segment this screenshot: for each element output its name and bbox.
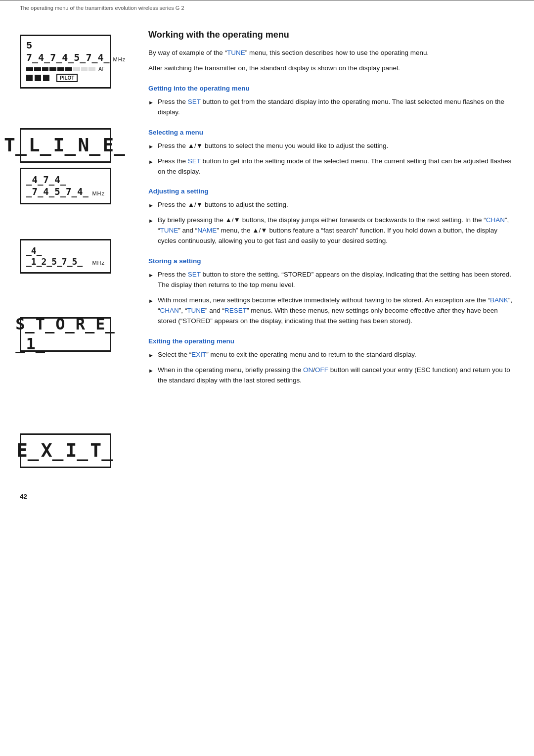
mhz-label-3: MHz: [92, 260, 105, 266]
top-bar: The operating menu of the transmitters e…: [0, 0, 534, 15]
lcd-main-display: 5 7̲4̲7̲4̲5̲7̲4̲ MHz AF: [20, 35, 111, 89]
set-ref-1: SET: [188, 98, 201, 105]
storing-list: ► Press the SET button to store the sett…: [148, 270, 514, 327]
lcd-freq3-display: ̲4̲ ̲1̲2̲5̲7̲5̲ MHz: [20, 239, 111, 274]
pilot-label: PILOT: [56, 74, 78, 82]
chan-ref-1: CHAN: [486, 216, 505, 224]
intro-para-2: After switching the transmitter on, the …: [148, 63, 514, 74]
reset-ref-1: RESET: [224, 307, 247, 314]
bullet-arrow-2: ►: [148, 142, 154, 151]
selecting-list: ► Press the ▲/▼ buttons to select the me…: [148, 141, 514, 177]
bank-ref-1: BANK: [490, 296, 508, 304]
tune-text: T̲L̲I̲N̲E̲: [4, 134, 127, 157]
bullet-arrow-6: ►: [148, 271, 154, 280]
bullet-arrow-4: ►: [148, 201, 154, 210]
set-ref-2: SET: [188, 157, 201, 165]
section-adjusting-heading: Adjusting a setting: [148, 188, 514, 195]
selecting-text-1: Press the ▲/▼ buttons to select the menu…: [158, 141, 514, 151]
page-title: Working with the operating menu: [148, 30, 514, 40]
selecting-text-2: Press the SET button to get into the set…: [158, 156, 514, 177]
storing-text-2: With most menus, new settings become eff…: [158, 295, 514, 327]
left-column: 5 7̲4̲7̲4̲5̲7̲4̲ MHz AF: [20, 30, 134, 468]
pilot-square-1: [26, 75, 33, 81]
bullet-arrow-9: ►: [148, 367, 154, 375]
exiting-item-1: ► Select the “EXIT” menu to exit the ope…: [148, 350, 514, 360]
bar-seg-7: [73, 67, 80, 71]
lcd-store-display: S̲T̲O̲R̲E̲ ̲1̲: [20, 317, 111, 352]
chan-ref-2: CHAN: [160, 307, 178, 314]
name-ref-1: NAME: [197, 227, 217, 234]
storing-item-2: ► With most menus, new settings become e…: [148, 295, 514, 327]
storing-text-1: Press the SET button to store the settin…: [158, 270, 514, 290]
pilot-square-2: [35, 75, 41, 81]
adjusting-text-1: Press the ▲/▼ buttons to adjust the sett…: [158, 200, 514, 210]
section-exiting-heading: Exiting the operating menu: [148, 337, 514, 345]
lcd-freq2-display: ̲4̲7̲4̲ ̲7̲4̲5̲7̲4̲ MHz: [20, 168, 111, 204]
bar-seg-1: [26, 67, 33, 71]
bullet-arrow-1: ►: [148, 98, 154, 107]
bullet-arrow-7: ►: [148, 297, 154, 305]
adjusting-item-2: ► By briefly pressing the ▲/▼ buttons, t…: [148, 215, 514, 246]
mhz-label-2: MHz: [92, 190, 105, 196]
off-ref-1: OFF: [315, 366, 328, 374]
exiting-item-2: ► When in the operating menu, briefly pr…: [148, 365, 514, 386]
freq2-text: ̲4̲7̲4̲ ̲7̲4̲5̲7̲4̲: [26, 174, 89, 198]
selecting-item-1: ► Press the ▲/▼ buttons to select the me…: [148, 141, 514, 151]
set-ref-3: SET: [188, 271, 201, 278]
bar-seg-3: [42, 67, 49, 71]
adjusting-list: ► Press the ▲/▼ buttons to adjust the se…: [148, 200, 514, 246]
exiting-list: ► Select the “EXIT” menu to exit the ope…: [148, 350, 514, 386]
section-selecting-heading: Selecting a menu: [148, 129, 514, 136]
section-getting-into-heading: Getting into the operating menu: [148, 85, 514, 92]
lcd-exit-display: E̲X̲I̲T̲: [20, 433, 111, 468]
bullet-arrow-5: ►: [148, 217, 154, 225]
intro-para-1: By way of example of the “TUNE” menu, th…: [148, 48, 514, 58]
getting-into-text-1: Press the SET button to get from the sta…: [158, 97, 514, 118]
bar-seg-4: [49, 67, 56, 71]
adjusting-item-1: ► Press the ▲/▼ buttons to adjust the se…: [148, 200, 514, 210]
bar-seg-9: [89, 67, 95, 71]
getting-into-item-1: ► Press the SET button to get from the s…: [148, 97, 514, 118]
getting-into-list: ► Press the SET button to get from the s…: [148, 97, 514, 118]
bar-seg-2: [34, 67, 41, 71]
pilot-square-3: [43, 75, 49, 81]
tune-ref-3: TUNE: [187, 307, 205, 314]
mhz-label-1: MHz: [113, 56, 126, 62]
top-bar-text: The operating menu of the transmitters e…: [20, 5, 184, 11]
tune-ref-1: TUNE: [227, 49, 245, 56]
page: The operating menu of the transmitters e…: [0, 0, 534, 515]
freq3-text: ̲4̲ ̲1̲2̲5̲7̲5̲: [26, 245, 89, 267]
main-freq-text: 5 7̲4̲7̲4̲5̲7̲4̲: [26, 40, 110, 64]
on-ref-1: ON: [303, 366, 313, 374]
store-text: S̲T̲O̲R̲E̲ ̲1̲: [15, 315, 116, 354]
storing-item-1: ► Press the SET button to store the sett…: [148, 270, 514, 290]
exiting-text-1: Select the “EXIT” menu to exit the opera…: [158, 350, 514, 360]
selecting-item-2: ► Press the SET button to get into the s…: [148, 156, 514, 177]
bar-seg-8: [81, 67, 88, 71]
right-column: Working with the operating menu By way o…: [134, 30, 514, 468]
exit-ref-1: EXIT: [191, 351, 206, 358]
exiting-text-2: When in the operating menu, briefly pres…: [158, 365, 514, 386]
lcd-tune-display: T̲L̲I̲N̲E̲: [20, 128, 111, 163]
bar-seg-5: [57, 67, 64, 71]
page-number: 42: [0, 488, 534, 515]
tune-ref-2: TUNE: [160, 227, 178, 234]
bullet-arrow-8: ►: [148, 351, 154, 360]
section-storing-heading: Storing a setting: [148, 257, 514, 265]
af-label: AF: [98, 66, 105, 72]
exit-text: E̲X̲I̲T̲: [16, 439, 115, 462]
bullet-arrow-3: ►: [148, 158, 154, 166]
adjusting-text-2: By briefly pressing the ▲/▼ buttons, the…: [158, 215, 514, 246]
bar-seg-6: [65, 67, 72, 71]
